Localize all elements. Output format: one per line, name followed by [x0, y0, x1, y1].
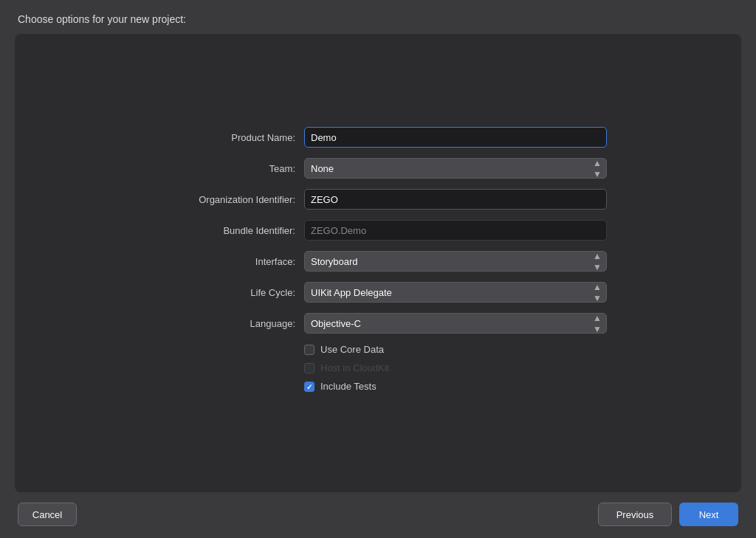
product-name-input[interactable]: [304, 127, 607, 148]
org-identifier-row: Organization Identifier:: [149, 189, 607, 210]
host-in-cloudkit-label: Host in CloudKit: [320, 362, 389, 373]
org-identifier-label: Organization Identifier:: [149, 194, 304, 205]
form-container: Product Name: Team: None Add an Account.…: [149, 127, 607, 399]
include-tests-label: Include Tests: [320, 381, 377, 392]
next-button[interactable]: Next: [679, 503, 738, 526]
team-row: Team: None Add an Account... ▲ ▼: [149, 158, 607, 179]
dialog-footer: Cancel Previous Next: [0, 492, 756, 538]
use-core-data-label: Use Core Data: [320, 344, 384, 355]
bundle-identifier-value: ZEGO.Demo: [304, 220, 607, 241]
include-tests-row: Include Tests: [149, 381, 607, 392]
product-name-row: Product Name:: [149, 127, 607, 148]
host-in-cloudkit-checkbox[interactable]: [304, 363, 315, 373]
language-field: Objective-C Swift ▲ ▼: [304, 313, 607, 334]
language-label: Language:: [149, 318, 304, 329]
team-select[interactable]: None Add an Account...: [304, 158, 607, 179]
use-core-data-row: Use Core Data: [149, 344, 607, 355]
dialog-content: Product Name: Team: None Add an Account.…: [15, 34, 741, 492]
lifecycle-label: Life Cycle:: [149, 287, 304, 298]
product-name-field: [304, 127, 607, 148]
interface-select[interactable]: Storyboard SwiftUI: [304, 251, 607, 272]
lifecycle-field: UIKit App Delegate SwiftUI App ▲ ▼: [304, 282, 607, 303]
org-identifier-field: [304, 189, 607, 210]
language-row: Language: Objective-C Swift ▲ ▼: [149, 313, 607, 334]
host-in-cloudkit-row: Host in CloudKit: [149, 362, 607, 373]
interface-field: Storyboard SwiftUI ▲ ▼: [304, 251, 607, 272]
bundle-identifier-label: Bundle Identifier:: [149, 225, 304, 236]
team-field: None Add an Account... ▲ ▼: [304, 158, 607, 179]
dialog-title: Choose options for your new project:: [0, 0, 756, 34]
language-select[interactable]: Objective-C Swift: [304, 313, 607, 334]
previous-button[interactable]: Previous: [598, 503, 672, 526]
lifecycle-row: Life Cycle: UIKit App Delegate SwiftUI A…: [149, 282, 607, 303]
footer-left: Cancel: [18, 503, 77, 526]
org-identifier-input[interactable]: [304, 189, 607, 210]
interface-row: Interface: Storyboard SwiftUI ▲ ▼: [149, 251, 607, 272]
team-label: Team:: [149, 163, 304, 174]
product-name-label: Product Name:: [149, 132, 304, 143]
footer-right: Previous Next: [598, 503, 738, 526]
cancel-button[interactable]: Cancel: [18, 503, 77, 526]
bundle-identifier-row: Bundle Identifier: ZEGO.Demo: [149, 220, 607, 241]
interface-label: Interface:: [149, 256, 304, 267]
bundle-identifier-field: ZEGO.Demo: [304, 220, 607, 241]
lifecycle-select[interactable]: UIKit App Delegate SwiftUI App: [304, 282, 607, 303]
use-core-data-checkbox[interactable]: [304, 345, 315, 355]
include-tests-checkbox[interactable]: [304, 382, 315, 392]
